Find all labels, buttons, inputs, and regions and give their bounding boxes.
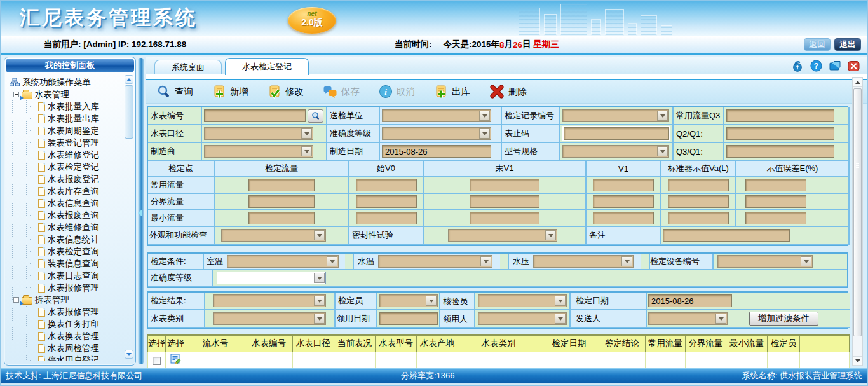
flow-input[interactable]: [248, 179, 315, 191]
std-value-input[interactable]: [668, 212, 729, 224]
accuracy-grade-select[interactable]: [217, 272, 326, 284]
flow-input[interactable]: [248, 195, 315, 208]
record-no-select[interactable]: [562, 109, 669, 122]
cancel-button[interactable]: i 取消: [379, 85, 415, 99]
tree-item[interactable]: 停水用户登记: [8, 354, 135, 361]
tree-item[interactable]: 水表信息统计: [8, 233, 135, 245]
std-value-input[interactable]: [668, 195, 729, 208]
mfg-date-input[interactable]: [382, 145, 491, 158]
exit-button[interactable]: 退出: [834, 38, 861, 51]
tree-item[interactable]: 水表报废登记: [8, 173, 135, 185]
query-button[interactable]: 查询: [157, 85, 193, 99]
appearance-select[interactable]: [221, 229, 326, 242]
meter-type-select[interactable]: [213, 312, 326, 325]
tree-item[interactable]: 水表库存查询: [8, 185, 135, 197]
tab-meter-verification[interactable]: 水表检定登记: [225, 58, 309, 75]
sender-select[interactable]: [648, 312, 728, 325]
v1-end-input[interactable]: [470, 195, 539, 208]
tree-item[interactable]: 装表信息查询: [8, 258, 135, 270]
inspect-unit-select[interactable]: [382, 109, 491, 122]
tree-item[interactable]: 水表检定登记: [8, 161, 135, 173]
row-checkbox[interactable]: [153, 357, 161, 365]
manufacturer-select[interactable]: [204, 145, 313, 158]
scroll-down-icon[interactable]: [125, 350, 133, 359]
receiver-select[interactable]: [478, 312, 567, 325]
water-temp-select[interactable]: [378, 255, 492, 268]
tree-item[interactable]: 水表周期鉴定: [8, 125, 135, 137]
v0-input[interactable]: [356, 212, 417, 224]
error-input[interactable]: [745, 195, 806, 208]
sidebar-scrollbar[interactable]: [125, 75, 133, 359]
error-input[interactable]: [745, 179, 806, 191]
tree-item[interactable]: 水表日志查询: [8, 270, 135, 282]
tree-item[interactable]: 水表批量入库: [8, 100, 135, 113]
back-button[interactable]: 返回: [804, 38, 831, 51]
seal-test-select[interactable]: [448, 229, 557, 242]
result-select[interactable]: [213, 294, 326, 307]
scroll-up-icon[interactable]: [853, 78, 862, 87]
scrollbar-thumb[interactable]: [125, 85, 133, 139]
device-no-select[interactable]: [717, 255, 813, 268]
q2q1-input[interactable]: [726, 127, 834, 140]
collapse-toggle-icon[interactable]: [13, 297, 19, 303]
tree-root-system-menu[interactable]: 系统功能操作菜单: [8, 76, 135, 88]
tree-item[interactable]: 水表报修管理: [8, 282, 135, 294]
q3-input[interactable]: [726, 109, 834, 122]
remark-input[interactable]: [663, 229, 790, 242]
v1-input[interactable]: [593, 195, 654, 208]
scroll-up-icon[interactable]: [125, 75, 133, 84]
room-temp-select[interactable]: [227, 255, 339, 268]
add-filter-button[interactable]: 增加过滤条件: [749, 312, 818, 326]
tree-item[interactable]: 水表维修登记: [8, 149, 135, 161]
error-input[interactable]: [745, 212, 806, 224]
receive-date-input[interactable]: [379, 312, 438, 325]
row-edit-icon[interactable]: [170, 354, 181, 364]
std-value-input[interactable]: [668, 179, 729, 191]
flow-input[interactable]: [248, 212, 315, 224]
water-pressure-select[interactable]: [533, 255, 634, 268]
meter-no-input[interactable]: [204, 109, 306, 122]
v0-input[interactable]: [356, 179, 417, 191]
q3q1-input[interactable]: [726, 145, 834, 158]
tree-item[interactable]: 水表信息查询: [8, 197, 135, 209]
window-icon[interactable]: [829, 60, 841, 72]
scroll-down-icon[interactable]: [853, 356, 862, 366]
tree-item[interactable]: 水表检定查询: [8, 245, 135, 258]
caliber-select[interactable]: [204, 127, 313, 140]
checkout-button[interactable]: 出库: [434, 85, 470, 99]
lookup-button[interactable]: [308, 109, 323, 123]
tree-group-remove-mgmt[interactable]: 拆表管理: [8, 294, 135, 306]
tree-item[interactable]: 水表批量出库: [8, 113, 135, 125]
tree-item[interactable]: 水表报修管理: [8, 306, 135, 318]
model-select[interactable]: [562, 145, 669, 158]
delete-button[interactable]: 删除: [489, 85, 527, 99]
scrollbar-thumb[interactable]: [853, 88, 862, 336]
collapse-toggle-icon[interactable]: [13, 92, 19, 97]
checker-select[interactable]: [478, 294, 567, 307]
v1-input[interactable]: [593, 212, 654, 224]
v1-input[interactable]: [593, 179, 654, 191]
reading-input[interactable]: [564, 127, 669, 140]
v1-end-input[interactable]: [470, 212, 539, 224]
accuracy-select[interactable]: [382, 127, 491, 140]
close-icon[interactable]: [848, 60, 860, 72]
tree-group-meter-mgmt[interactable]: 水表管理: [8, 88, 135, 100]
verifier-select[interactable]: [379, 294, 438, 307]
tree-item[interactable]: 水表周检管理: [8, 342, 135, 354]
tab-system-desktop[interactable]: 系统桌面: [154, 60, 222, 74]
tree-item[interactable]: 装表登记管理: [8, 137, 135, 149]
v0-input[interactable]: [356, 195, 417, 208]
sidebar-collapse-splitter[interactable]: [138, 58, 144, 364]
save-button[interactable]: 保存: [323, 85, 360, 99]
content-scrollbar[interactable]: [852, 77, 863, 366]
modify-button[interactable]: 修改: [268, 85, 304, 99]
v1-end-input[interactable]: [470, 179, 539, 191]
add-button[interactable]: 新增: [212, 85, 248, 99]
tree-item[interactable]: 换表任务打印: [8, 318, 135, 330]
verify-date-input[interactable]: [648, 294, 732, 307]
tree-item[interactable]: 水表换表管理: [8, 330, 135, 342]
help-icon[interactable]: ?: [810, 60, 822, 72]
unlock-icon[interactable]: [792, 60, 804, 72]
tree-item[interactable]: 水表报废查询: [8, 209, 135, 221]
tree-item[interactable]: 水表维修查询: [8, 221, 135, 233]
